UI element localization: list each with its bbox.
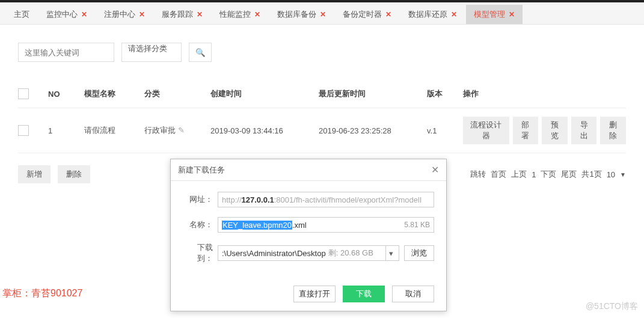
tab-5[interactable]: 数据库备份✕ (269, 5, 334, 24)
tab-label: 数据库备份 (277, 9, 316, 20)
tab-label: 主页 (14, 9, 29, 20)
close-icon[interactable]: ✕ (197, 10, 203, 19)
add-button[interactable]: 新增 (18, 165, 51, 183)
chevron-down-icon[interactable]: ▾ (385, 246, 396, 260)
tab-bar: 主页监控中心✕注册中心✕服务跟踪✕性能监控✕数据库备份✕备份定时器✕数据库还原✕… (0, 2, 644, 25)
page-jump[interactable]: 跳转 (470, 169, 486, 180)
close-icon[interactable]: ✕ (81, 10, 87, 19)
tab-label: 监控中心 (46, 9, 78, 20)
col-ops: 操作 (463, 88, 626, 99)
deploy-button[interactable]: 部署 (513, 117, 539, 144)
edit-icon[interactable]: ✎ (178, 126, 185, 135)
cell-no: 1 (48, 126, 84, 135)
caret-down-icon[interactable]: ▼ (620, 171, 626, 178)
category-select[interactable]: 请选择分类 (121, 43, 182, 62)
download-button[interactable]: 下载 (343, 286, 385, 302)
col-category: 分类 (144, 88, 210, 99)
file-size: 5.81 KB (404, 221, 430, 229)
search-icon: 🔍 (195, 48, 206, 57)
tab-label: 模型管理 (474, 9, 505, 20)
tab-label: 注册中心 (104, 9, 135, 20)
page-current: 1 (532, 170, 536, 179)
close-icon[interactable]: ✕ (254, 10, 260, 19)
page-total: 共1页 (581, 169, 601, 180)
col-name: 模型名称 (84, 88, 144, 99)
table-row: 1 请假流程 行政审批✎ 2019-03-09 13:44:16 2019-06… (18, 108, 626, 153)
filename-selected: KEY_leave.bpmn20 (222, 221, 292, 230)
download-dialog: 新建下载任务 ✕ 网址： http://127.0.0.1:8001/fh-ac… (170, 159, 447, 311)
cell-version: v.1 (427, 126, 463, 135)
url-label: 网址： (183, 194, 213, 205)
tab-2[interactable]: 注册中心✕ (96, 5, 153, 24)
search-button[interactable]: 🔍 (189, 43, 212, 62)
watermark-right: @51CTO博客 (586, 301, 638, 312)
row-checkbox[interactable] (18, 125, 29, 136)
name-field[interactable]: KEY_leave.bpmn20.xml 5.81 KB (218, 217, 434, 233)
model-table: NO 模型名称 分类 创建时间 最后更新时间 版本 操作 1 请假流程 行政审批… (18, 80, 626, 153)
close-icon[interactable]: ✕ (451, 10, 457, 19)
col-created: 创建时间 (210, 88, 319, 99)
close-icon[interactable]: ✕ (320, 10, 326, 19)
url-field[interactable]: http://127.0.0.1:8001/fh-activiti/fhmode… (218, 192, 434, 207)
keyword-input[interactable] (18, 43, 114, 62)
batch-delete-button[interactable]: 删除 (58, 165, 90, 183)
cancel-button[interactable]: 取消 (392, 286, 434, 302)
tab-8[interactable]: 模型管理✕ (466, 5, 523, 24)
table-header: NO 模型名称 分类 创建时间 最后更新时间 版本 操作 (18, 80, 626, 108)
tab-label: 性能监控 (219, 9, 251, 20)
watermark-left: 掌柜：青苔901027 (2, 287, 82, 300)
cell-created: 2019-03-09 13:44:16 (210, 126, 319, 135)
dialog-title: 新建下载任务 (178, 165, 225, 176)
name-label: 名称： (183, 219, 213, 230)
design-button[interactable]: 流程设计器 (463, 117, 509, 144)
tab-4[interactable]: 性能监控✕ (212, 5, 268, 24)
delete-button[interactable]: 删除 (600, 117, 626, 144)
cell-name: 请假流程 (84, 125, 144, 136)
preview-button[interactable]: 预览 (542, 117, 568, 144)
tab-label: 服务跟踪 (162, 9, 193, 20)
row-operations: 流程设计器 部署 预览 导出 删除 (463, 117, 626, 144)
tab-label: 备份定时器 (343, 9, 382, 20)
export-button[interactable]: 导出 (571, 117, 597, 144)
cell-category: 行政审批✎ (144, 125, 210, 136)
tab-label: 数据库还原 (408, 9, 447, 20)
filter-row: 请选择分类 🔍 (18, 43, 626, 62)
page-first[interactable]: 首页 (491, 169, 506, 180)
close-icon[interactable]: ✕ (431, 164, 439, 176)
path-label: 下载到： (183, 242, 213, 264)
col-version: 版本 (427, 88, 463, 99)
select-all-checkbox[interactable] (18, 88, 29, 99)
tab-7[interactable]: 数据库还原✕ (400, 5, 465, 24)
dialog-title-bar: 新建下载任务 ✕ (171, 159, 446, 181)
browse-button[interactable]: 浏览 (404, 245, 434, 261)
cell-updated: 2019-06-23 23:25:28 (319, 126, 427, 135)
tab-6[interactable]: 备份定时器✕ (335, 5, 399, 24)
page-prev[interactable]: 上页 (511, 169, 527, 180)
page-last[interactable]: 尾页 (561, 169, 577, 180)
path-field[interactable]: :\Users\Administrator\Desktop 剩: 20.68 G… (218, 245, 399, 261)
close-icon[interactable]: ✕ (385, 10, 391, 19)
page-size[interactable]: 10 (607, 170, 615, 179)
page-next[interactable]: 下页 (541, 169, 556, 180)
open-direct-button[interactable]: 直接打开 (293, 286, 336, 302)
close-icon[interactable]: ✕ (139, 10, 145, 19)
pagination: 跳转 首页 上页 1 下页 尾页 共1页 10 ▼ (470, 169, 626, 180)
close-icon[interactable]: ✕ (509, 10, 515, 19)
tab-3[interactable]: 服务跟踪✕ (154, 5, 210, 24)
col-updated: 最后更新时间 (319, 88, 427, 99)
tab-0[interactable]: 主页 (6, 5, 37, 24)
col-no: NO (48, 90, 84, 99)
tab-1[interactable]: 监控中心✕ (38, 5, 95, 24)
